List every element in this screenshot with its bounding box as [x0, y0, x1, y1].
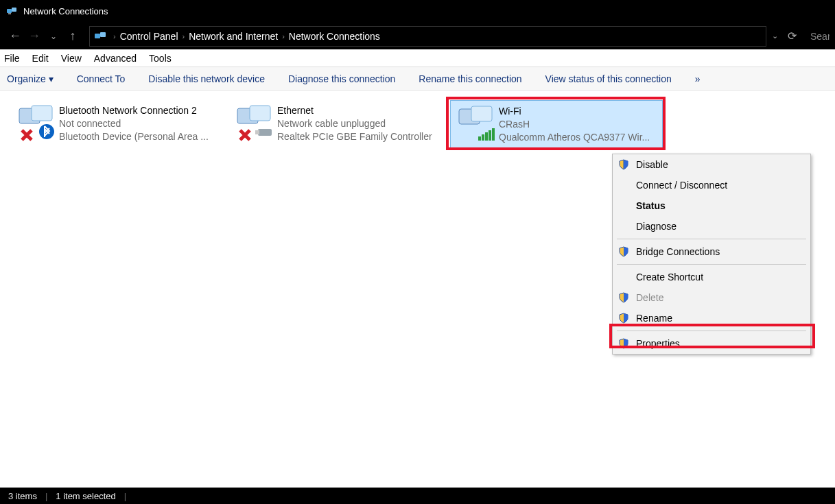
cmd-organize[interactable]: Organize ▾ — [7, 73, 54, 84]
svg-rect-14 — [478, 136, 481, 141]
svg-rect-15 — [482, 134, 484, 141]
search-input[interactable]: Sear — [806, 31, 830, 42]
connection-wifi[interactable]: Wi-Fi CRasH Qualcomm Atheros QCA9377 Wir… — [450, 100, 663, 148]
ctx-properties[interactable]: Properties — [613, 333, 810, 354]
svg-rect-3 — [95, 34, 100, 38]
wifi-icon — [456, 105, 495, 143]
shield-icon — [618, 246, 629, 257]
svg-rect-11 — [255, 130, 259, 134]
menu-view[interactable]: View — [61, 53, 82, 64]
ctx-delete: Delete — [613, 287, 810, 308]
menu-tools[interactable]: Tools — [149, 53, 172, 64]
title-bar: Network Connections — [0, 0, 835, 22]
address-dropdown-icon[interactable]: ⌄ — [772, 32, 778, 40]
svg-rect-13 — [471, 106, 492, 121]
window-title: Network Connections — [23, 6, 108, 16]
ctx-label: Bridge Connections — [636, 246, 720, 257]
chevron-right-icon: › — [278, 32, 289, 40]
connection-status: Network cable unplugged — [277, 117, 432, 130]
connection-name: Wi-Fi — [499, 105, 650, 118]
connection-device: Bluetooth Device (Personal Area ... — [59, 130, 209, 143]
refresh-button[interactable]: ⟳ — [788, 29, 797, 43]
connection-bluetooth[interactable]: Bluetooth Network Connection 2 Not conne… — [11, 100, 224, 148]
content-area: Bluetooth Network Connection 2 Not conne… — [0, 91, 835, 488]
menu-advanced[interactable]: Advanced — [94, 53, 137, 64]
ctx-bridge[interactable]: Bridge Connections — [613, 241, 810, 262]
ethernet-icon — [235, 104, 273, 143]
connection-ethernet[interactable]: Ethernet Network cable unplugged Realtek… — [229, 100, 442, 148]
svg-rect-16 — [485, 132, 488, 141]
svg-rect-1 — [12, 8, 16, 12]
ctx-label: Status — [636, 200, 666, 211]
back-button[interactable]: ← — [5, 27, 25, 46]
shield-icon — [618, 313, 629, 324]
status-bar: 3 items | 1 item selected | — [0, 488, 835, 504]
context-menu: Disable Connect / Disconnect Status Diag… — [612, 154, 811, 355]
connection-status: Not connected — [59, 117, 209, 130]
cmd-rename[interactable]: Rename this connection — [419, 73, 521, 84]
cmd-connect-to[interactable]: Connect To — [77, 73, 126, 84]
cmd-overflow[interactable]: » — [695, 73, 701, 84]
cmd-view-status[interactable]: View status of this connection — [545, 73, 672, 84]
ctx-label: Rename — [636, 313, 672, 324]
ctx-label: Create Shortcut — [636, 272, 703, 283]
status-divider: | — [45, 491, 47, 501]
recent-dropdown[interactable]: ⌄ — [44, 27, 63, 46]
ctx-connect-disconnect[interactable]: Connect / Disconnect — [613, 175, 810, 195]
menu-bar: File Edit View Advanced Tools — [0, 49, 835, 67]
svg-rect-18 — [492, 128, 495, 141]
ctx-label: Diagnose — [636, 221, 677, 232]
svg-rect-2 — [8, 13, 11, 14]
svg-rect-17 — [489, 130, 491, 141]
breadcrumb-network-internet[interactable]: Network and Internet — [189, 31, 278, 42]
app-icon — [5, 5, 18, 17]
shield-icon — [618, 292, 629, 303]
ctx-label: Delete — [636, 292, 663, 303]
status-item-count: 3 items — [8, 491, 37, 501]
ctx-disable[interactable]: Disable — [613, 154, 810, 175]
connection-device: Qualcomm Atheros QCA9377 Wir... — [499, 131, 650, 144]
shield-icon — [618, 159, 629, 170]
connection-device: Realtek PCIe GBE Family Controller — [277, 130, 432, 143]
menu-edit[interactable]: Edit — [32, 53, 49, 64]
ctx-diagnose[interactable]: Diagnose — [613, 216, 810, 237]
address-icon — [94, 30, 106, 43]
status-selected-count: 1 item selected — [56, 491, 115, 501]
status-divider: | — [124, 491, 126, 501]
chevron-right-icon: › — [178, 32, 189, 40]
svg-rect-4 — [100, 32, 106, 37]
breadcrumb-network-connections[interactable]: Network Connections — [289, 31, 380, 42]
ctx-create-shortcut[interactable]: Create Shortcut — [613, 267, 810, 287]
svg-rect-6 — [32, 106, 52, 121]
address-bar[interactable]: › Control Panel › Network and Internet ›… — [89, 26, 766, 47]
ctx-label: Connect / Disconnect — [636, 180, 727, 191]
menu-file[interactable]: File — [4, 53, 20, 64]
up-button[interactable]: ↑ — [63, 27, 82, 46]
connection-name: Bluetooth Network Connection 2 — [59, 104, 209, 117]
ctx-label: Disable — [636, 159, 668, 170]
svg-rect-9 — [250, 106, 270, 121]
ctx-rename[interactable]: Rename — [613, 308, 810, 328]
nav-bar: ← → ⌄ ↑ › Control Panel › Network and In… — [0, 22, 835, 49]
cmd-diagnose[interactable]: Diagnose this connection — [288, 73, 395, 84]
chevron-right-icon: › — [109, 32, 120, 40]
breadcrumb-control-panel[interactable]: Control Panel — [120, 31, 178, 42]
shield-icon — [618, 338, 629, 349]
cmd-disable-device[interactable]: Disable this network device — [148, 73, 265, 84]
svg-rect-0 — [7, 9, 12, 13]
ctx-status[interactable]: Status — [613, 195, 810, 216]
command-bar: Organize ▾ Connect To Disable this netwo… — [0, 67, 835, 91]
svg-rect-10 — [258, 129, 272, 136]
connection-status: CRasH — [499, 118, 650, 131]
ctx-label: Properties — [636, 338, 680, 349]
forward-button[interactable]: → — [25, 27, 44, 46]
bluetooth-icon — [16, 104, 55, 143]
connection-name: Ethernet — [277, 104, 432, 117]
